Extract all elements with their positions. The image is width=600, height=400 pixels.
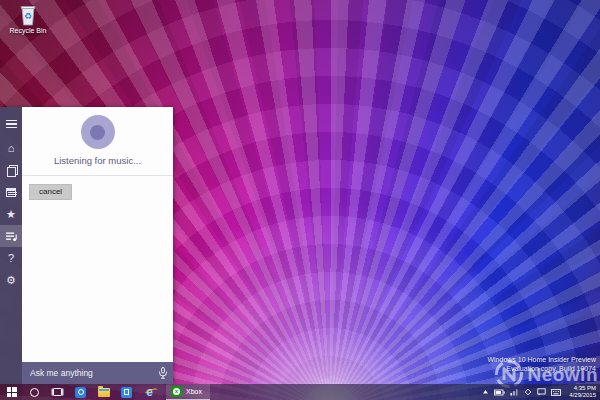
divider bbox=[22, 175, 173, 176]
windows-logo-icon bbox=[7, 387, 17, 397]
cortana-panel: ⌂ ★ ? ⚙ Listening for music... cancel bbox=[0, 107, 173, 384]
sidebar-item-home[interactable]: ⌂ bbox=[0, 137, 22, 159]
sidebar-item-settings[interactable]: ⚙ bbox=[0, 269, 22, 291]
recycle-bin-icon: ♻ bbox=[18, 4, 38, 26]
home-icon: ⌂ bbox=[8, 142, 15, 154]
battery-icon[interactable] bbox=[494, 389, 505, 396]
clock-date: 4/29/2015 bbox=[569, 392, 596, 399]
sidebar-item-favorites[interactable]: ★ bbox=[0, 203, 22, 225]
store-icon bbox=[121, 387, 132, 398]
clock-time: 4:35 PM bbox=[569, 385, 596, 392]
sidebar-item-music-search[interactable] bbox=[0, 225, 22, 247]
listening-indicator bbox=[81, 115, 115, 149]
internet-explorer-button[interactable]: e bbox=[138, 384, 161, 400]
file-explorer-icon bbox=[98, 388, 110, 397]
help-icon: ? bbox=[8, 252, 14, 264]
recycle-bin-label: Recycle Bin bbox=[2, 27, 54, 35]
quiet-hours-icon[interactable] bbox=[524, 388, 532, 396]
cortana-search-bar bbox=[22, 362, 173, 384]
network-icon[interactable] bbox=[510, 388, 519, 396]
watermark-line2: Evaluation copy. Build 10074 bbox=[487, 364, 596, 373]
start-button[interactable] bbox=[0, 384, 23, 400]
cortana-search-button[interactable] bbox=[23, 384, 46, 400]
task-view-icon bbox=[53, 388, 62, 396]
xbox-task-label: Xbox bbox=[186, 388, 202, 395]
internet-explorer-icon: e bbox=[146, 386, 153, 398]
sidebar-item-notebook[interactable] bbox=[0, 159, 22, 181]
music-search-icon bbox=[6, 231, 17, 242]
watermark-line1: Windows 10 Home Insider Preview bbox=[487, 355, 596, 364]
file-explorer-button[interactable] bbox=[92, 384, 115, 400]
settings-icon: ⚙ bbox=[6, 274, 16, 287]
sidebar-item-help[interactable]: ? bbox=[0, 247, 22, 269]
search-input[interactable] bbox=[30, 368, 158, 378]
recycle-bin-shortcut[interactable]: ♻ Recycle Bin bbox=[2, 4, 54, 35]
microphone-icon[interactable] bbox=[158, 367, 168, 379]
xbox-icon: x bbox=[171, 386, 182, 397]
show-hidden-icons-button[interactable] bbox=[482, 389, 489, 395]
svg-text:♻: ♻ bbox=[24, 11, 32, 21]
cortana-content: Listening for music... cancel bbox=[22, 107, 173, 362]
cortana-main: Listening for music... cancel bbox=[22, 107, 173, 384]
xbox-taskbar-button[interactable]: x Xbox bbox=[166, 384, 210, 400]
action-center-icon[interactable] bbox=[537, 388, 546, 396]
calendar-icon bbox=[6, 188, 16, 197]
cancel-button[interactable]: cancel bbox=[29, 184, 72, 200]
get-started-icon bbox=[75, 387, 86, 398]
store-button[interactable] bbox=[115, 384, 138, 400]
hamburger-icon bbox=[6, 120, 17, 129]
cortana-sidebar: ⌂ ★ ? ⚙ bbox=[0, 107, 22, 384]
system-tray: 4:35 PM 4/29/2015 bbox=[482, 385, 600, 399]
touch-keyboard-icon[interactable] bbox=[551, 389, 561, 396]
listening-status-text: Listening for music... bbox=[22, 155, 173, 166]
cortana-circle-icon bbox=[30, 388, 39, 397]
notebook-icon bbox=[7, 165, 16, 175]
insider-preview-watermark: Windows 10 Home Insider Preview Evaluati… bbox=[487, 355, 596, 373]
menu-icon[interactable] bbox=[0, 113, 22, 135]
taskbar-clock[interactable]: 4:35 PM 4/29/2015 bbox=[566, 385, 596, 399]
star-icon: ★ bbox=[6, 208, 16, 221]
task-view-button[interactable] bbox=[46, 384, 69, 400]
sidebar-item-calendar[interactable] bbox=[0, 181, 22, 203]
taskbar: e x Xbox 4:35 PM 4/29/2015 bbox=[0, 384, 600, 400]
listening-indicator-core bbox=[90, 125, 105, 140]
get-started-app-button[interactable] bbox=[69, 384, 92, 400]
